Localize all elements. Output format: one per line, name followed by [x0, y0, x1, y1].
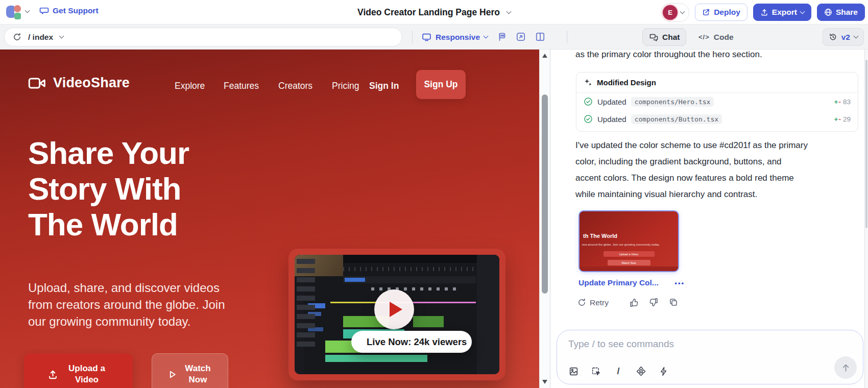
thumbnail-caption-row: Update Primary Col... •••: [578, 278, 685, 287]
route-address-bar[interactable]: / index: [4, 28, 402, 46]
thumbnail-more-menu[interactable]: •••: [674, 279, 685, 287]
route-chevron-down-icon: [59, 34, 64, 39]
route-path: / index: [28, 33, 53, 42]
live-badge-label: Live Now: 24k viewers: [367, 336, 467, 348]
export-label: Export: [772, 8, 797, 17]
scroll-down-arrow[interactable]: [542, 380, 547, 384]
nav-link-explore[interactable]: Explore: [175, 81, 205, 91]
change-file-chip: components/Button.tsx: [631, 114, 722, 124]
preview-pane: VideoShare Explore Features Creators Pri…: [0, 50, 539, 388]
copy-icon[interactable]: [669, 298, 679, 307]
top-header: Get Support Video Creator Landing Page H…: [0, 0, 868, 25]
design-version-thumbnail[interactable]: th The World eos around the globe. Join …: [578, 210, 679, 272]
assistant-message: I've updated the color scheme to use #cd…: [575, 137, 808, 203]
nav-link-creators[interactable]: Creators: [278, 81, 312, 91]
open-preview-icon[interactable]: [516, 32, 526, 42]
play-button[interactable]: [374, 289, 414, 329]
headline-line: Share Your: [28, 135, 189, 171]
get-support-label: Get Support: [53, 6, 99, 15]
chat-input-box[interactable]: /: [557, 330, 863, 384]
play-outline-icon: [167, 370, 177, 379]
diff-stat: + - 29: [834, 115, 851, 123]
message-line: color, including the gradient background…: [575, 154, 808, 170]
title-chevron-down-icon: [506, 9, 511, 14]
headline-line: The World: [28, 207, 189, 243]
sign-in-link[interactable]: Sign In: [369, 81, 399, 91]
chat-scrollbar-thumb[interactable]: [865, 60, 867, 228]
project-title-menu[interactable]: Video Creator Landing Page Hero: [357, 0, 511, 25]
version-chevron-down-icon: [854, 34, 859, 39]
split-view-icon[interactable]: [535, 32, 545, 42]
integrations-icon[interactable]: [636, 366, 646, 376]
refresh-icon[interactable]: [13, 33, 21, 41]
chat-scrollbar[interactable]: [864, 50, 868, 388]
avatar: E: [663, 5, 678, 20]
logo-shape-pink: [14, 5, 21, 12]
diff-count: 29: [843, 115, 851, 123]
headline-line: Story With: [28, 171, 189, 207]
account-menu[interactable]: E: [661, 3, 689, 22]
chat-input[interactable]: [568, 338, 788, 350]
export-button[interactable]: Export: [753, 4, 811, 21]
thumbs-up-icon[interactable]: [629, 298, 639, 307]
diff-minus: -: [838, 115, 841, 123]
share-button[interactable]: Share: [817, 4, 865, 21]
logo-shape-green: [14, 13, 21, 19]
thumbnail-mini-button: Watch Now: [608, 260, 650, 265]
globe-icon: [824, 8, 832, 16]
subtext-line: Upload, share, and discover videos: [28, 279, 225, 296]
external-link-icon: [702, 8, 710, 16]
logo-chevron-down-icon[interactable]: [25, 8, 30, 13]
nav-link-features[interactable]: Features: [224, 81, 259, 91]
diff-stat: + - 83: [834, 98, 851, 106]
export-chevron-down-icon: [800, 9, 805, 14]
sign-up-button[interactable]: Sign Up: [416, 70, 466, 99]
version-selector[interactable]: v2: [823, 28, 864, 46]
select-element-icon[interactable]: [591, 366, 601, 376]
retry-button[interactable]: Retry: [577, 298, 609, 307]
app-logo-icon[interactable]: [6, 5, 21, 20]
message-line: accent colors. The design now features a…: [575, 170, 808, 186]
preview-scrollbar[interactable]: [539, 50, 550, 388]
lightning-icon[interactable]: [658, 366, 668, 376]
tab-chat[interactable]: Chat: [642, 28, 686, 46]
nav-link-pricing[interactable]: Pricing: [332, 81, 359, 91]
watch-now-button[interactable]: Watch Now: [152, 353, 228, 388]
share-label: Share: [836, 8, 858, 17]
modified-design-card: Modified Design Updated components/Hero.…: [576, 72, 858, 132]
history-icon: [829, 33, 837, 41]
live-viewers-badge: Live Now: 24k viewers: [351, 331, 472, 353]
logo-shape-blue: [6, 6, 14, 18]
thumbnail-title-link[interactable]: Update Primary Col...: [578, 278, 659, 287]
brand-logo[interactable]: VideoShare: [28, 75, 130, 91]
app-window: Get Support Video Creator Landing Page H…: [0, 0, 868, 388]
send-button[interactable]: [834, 356, 857, 379]
diff-count: 83: [843, 98, 851, 106]
upload-video-button[interactable]: Upload a Video: [24, 353, 133, 388]
deploy-button[interactable]: Deploy: [695, 4, 748, 21]
device-mode-label: Responsive: [436, 33, 480, 42]
device-mode-selector[interactable]: Responsive: [422, 25, 488, 50]
thumbnail-mini-button: Upload a Video: [604, 251, 655, 257]
thumbs-down-icon[interactable]: [649, 298, 659, 307]
brand-name: VideoShare: [53, 75, 130, 91]
change-action: Updated: [597, 98, 626, 106]
get-support-link[interactable]: Get Support: [39, 6, 99, 15]
arrow-up-icon: [841, 363, 851, 373]
slash-command-icon[interactable]: /: [613, 366, 623, 376]
retry-label: Retry: [590, 298, 609, 307]
thumbnail-mini-heading: th The World: [583, 233, 617, 239]
assistant-message-tail: as the primary color throughout the hero…: [575, 50, 762, 60]
upload-video-label: Upload a Video: [64, 363, 109, 385]
modified-design-title: Modified Design: [597, 78, 656, 87]
attach-image-icon[interactable]: [568, 366, 578, 376]
retry-icon: [577, 298, 586, 307]
components-icon[interactable]: [497, 32, 507, 42]
scroll-up-arrow[interactable]: [542, 54, 547, 58]
change-row: Updated components/Button.tsx + - 29: [576, 110, 858, 128]
change-file-chip: components/Hero.tsx: [631, 97, 714, 107]
code-brackets-icon: </>: [698, 33, 710, 41]
scrollbar-thumb[interactable]: [542, 94, 548, 294]
video-camera-icon: [28, 76, 46, 91]
tab-code[interactable]: </> Code: [698, 28, 734, 46]
